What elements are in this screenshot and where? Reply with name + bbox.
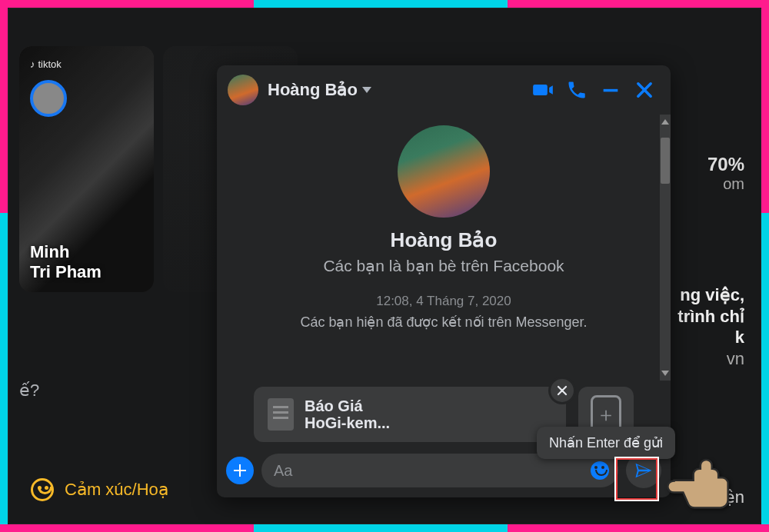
document-icon xyxy=(268,398,294,431)
send-tooltip: Nhấn Enter để gửi xyxy=(537,427,675,459)
smiley-icon xyxy=(31,478,54,501)
friend-status: Các bạn là bạn bè trên Facebook xyxy=(323,257,564,275)
chat-scrollbar[interactable] xyxy=(660,115,671,381)
svg-rect-0 xyxy=(604,89,618,92)
conversation-timestamp: 12:08, 4 Tháng 7, 2020 xyxy=(376,294,511,309)
plus-icon xyxy=(232,463,248,478)
chat-contact-name: Hoàng Bảo xyxy=(268,80,358,100)
app-viewport: ♪ tiktok MinhTri Pham ế? Cảm xúc/Hoạ 70%… xyxy=(8,8,761,524)
chevron-down-icon xyxy=(362,87,371,93)
chat-avatar[interactable] xyxy=(228,75,258,105)
chat-title-button[interactable]: Hoàng Bảo xyxy=(268,80,371,100)
phone-icon xyxy=(566,79,588,101)
profile-name: Hoàng Bảo xyxy=(391,228,498,252)
story-user-name: MinhTri Pham xyxy=(30,242,102,281)
background-stat: 70% om xyxy=(707,154,744,193)
reaction-button[interactable]: Cảm xúc/Hoạ xyxy=(31,478,168,501)
minimize-icon xyxy=(600,79,621,101)
connected-message: Các bạn hiện đã được kết nối trên Messen… xyxy=(300,314,587,331)
remove-attachment-button[interactable] xyxy=(551,379,574,402)
video-icon xyxy=(532,79,554,101)
chat-body: Hoàng Bảo Các bạn là bạn bè trên Faceboo… xyxy=(217,115,671,381)
attachment-filename: Báo Giá HoGi-kem... xyxy=(305,397,390,431)
profile-avatar[interactable] xyxy=(398,125,490,218)
scroll-down-icon xyxy=(661,371,669,376)
tiktok-brand: ♪ tiktok xyxy=(30,58,62,70)
background-prompt-fragment: ế? xyxy=(19,381,39,401)
attachment-file[interactable]: Báo Giá HoGi-kem... xyxy=(254,387,566,442)
hand-pointer-icon xyxy=(661,452,738,517)
minimize-button[interactable] xyxy=(598,78,623,102)
emoji-picker-button[interactable] xyxy=(591,461,609,480)
reaction-label: Cảm xúc/Hoạ xyxy=(65,480,168,500)
video-call-button[interactable] xyxy=(531,78,555,102)
scroll-up-icon xyxy=(661,119,669,125)
close-icon xyxy=(556,384,568,397)
audio-call-button[interactable] xyxy=(564,78,589,102)
scroll-thumb[interactable] xyxy=(661,138,670,184)
more-actions-button[interactable] xyxy=(226,457,254,484)
story-avatar xyxy=(30,80,67,117)
story-card[interactable]: ♪ tiktok MinhTri Pham xyxy=(19,46,154,292)
close-button[interactable] xyxy=(632,78,657,102)
chat-header: Hoàng Bảo xyxy=(217,65,671,115)
background-headline: ng việc, trình chỉ k vn xyxy=(677,284,744,369)
close-icon xyxy=(634,79,655,101)
message-input[interactable] xyxy=(274,462,591,480)
send-button-highlight xyxy=(615,457,658,500)
